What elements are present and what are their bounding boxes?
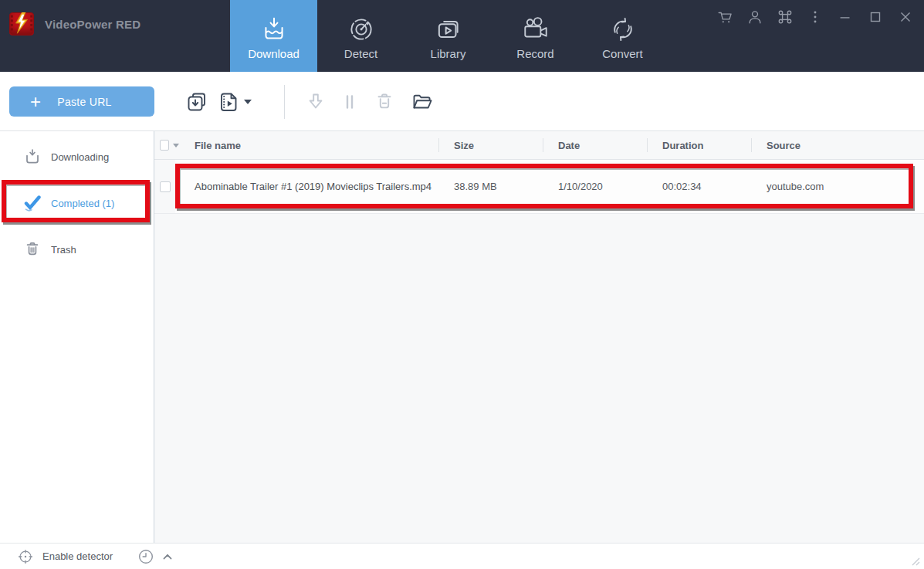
resume-download-icon[interactable]	[299, 91, 333, 113]
header-check-cell	[154, 140, 179, 151]
batch-download-icon[interactable]	[179, 90, 215, 113]
minimize-icon[interactable]	[836, 8, 855, 26]
enable-detector-toggle[interactable]: Enable detector	[17, 548, 113, 565]
sidebar-item-trash[interactable]: Trash	[0, 226, 154, 273]
videopower-red-window: VideoPower RED Download	[0, 0, 924, 569]
tab-label: Convert	[602, 47, 643, 60]
tab-library[interactable]: Library	[404, 0, 492, 72]
app-title: VideoPower RED	[45, 18, 140, 31]
select-all-checkbox[interactable]	[160, 140, 169, 151]
paste-url-label: Paste URL	[41, 96, 128, 108]
column-header-size[interactable]: Size	[438, 140, 543, 151]
maximize-icon[interactable]	[866, 8, 885, 26]
column-header-source[interactable]: Source	[751, 140, 924, 151]
download-toolbar: + Paste URL	[0, 72, 924, 131]
app-brand: VideoPower RED	[9, 12, 140, 36]
tab-download[interactable]: Download	[230, 0, 317, 72]
tab-label: Download	[248, 47, 300, 60]
row-source: youtube.com	[751, 181, 924, 192]
completed-check-icon	[22, 193, 42, 213]
download-row[interactable]: Abominable Trailer #1 (2019) Movieclips …	[154, 160, 924, 214]
window-controls	[716, 8, 915, 26]
column-header-date[interactable]: Date	[543, 140, 647, 151]
sidebar: Downloading Completed (1)	[0, 131, 154, 543]
tab-convert[interactable]: Convert	[579, 0, 666, 72]
status-bar: Enable detector	[0, 543, 924, 569]
tab-label: Detect	[344, 47, 377, 60]
row-duration: 00:02:34	[647, 181, 751, 192]
toolbar-divider	[284, 85, 285, 119]
command-icon[interactable]	[776, 8, 794, 26]
schedule-clock-icon[interactable]	[137, 547, 155, 566]
sidebar-item-label: Completed (1)	[51, 198, 114, 209]
user-icon[interactable]	[746, 8, 764, 26]
download-list-panel: File name Size Date Duration Source Abom…	[154, 131, 924, 543]
sidebar-item-label: Downloading	[51, 151, 109, 163]
convert-icon	[608, 13, 638, 46]
tab-detect[interactable]: Detect	[317, 0, 404, 72]
resize-grip[interactable]	[910, 556, 920, 566]
sidebar-item-label: Trash	[51, 244, 76, 256]
column-header-file-name[interactable]: File name	[179, 140, 438, 151]
downloading-icon	[22, 147, 42, 166]
row-check-cell	[154, 181, 179, 192]
tab-label: Library	[431, 47, 466, 60]
paste-url-button[interactable]: + Paste URL	[9, 86, 154, 117]
open-folder-icon[interactable]	[402, 91, 442, 113]
sidebar-item-completed[interactable]: Completed (1)	[0, 180, 154, 226]
library-icon	[434, 13, 463, 46]
row-file-name: Abominable Trailer #1 (2019) Movieclips …	[179, 181, 438, 192]
main-area: Downloading Completed (1)	[0, 131, 924, 543]
main-nav: Download Detect	[230, 0, 666, 72]
pause-icon[interactable]	[333, 92, 367, 112]
row-checkbox[interactable]	[160, 181, 171, 192]
tab-label: Record	[516, 47, 553, 60]
video-format-icon[interactable]	[215, 90, 255, 113]
detect-icon	[347, 13, 376, 46]
detector-target-icon	[17, 548, 34, 565]
sidebar-item-downloading[interactable]: Downloading	[0, 134, 154, 180]
toolbar-actions	[179, 72, 442, 131]
row-date: 1/10/2020	[543, 181, 647, 192]
tab-record[interactable]: Record	[492, 0, 579, 72]
chevron-up-icon[interactable]	[161, 551, 174, 562]
kebab-menu-icon[interactable]	[806, 8, 824, 26]
plus-icon: +	[30, 93, 41, 111]
column-header-duration[interactable]: Duration	[647, 140, 751, 151]
select-dropdown-caret-icon[interactable]	[173, 144, 179, 147]
download-icon	[259, 13, 289, 46]
cart-icon[interactable]	[716, 8, 734, 26]
enable-detector-label: Enable detector	[42, 550, 113, 562]
close-icon[interactable]	[896, 8, 915, 26]
title-bar: VideoPower RED Download	[0, 0, 924, 72]
record-icon	[521, 13, 550, 46]
row-size: 38.89 MB	[438, 181, 543, 192]
delete-icon[interactable]	[367, 91, 402, 113]
app-logo-icon	[9, 12, 34, 36]
chevron-down-icon	[244, 100, 252, 104]
trash-icon	[22, 240, 42, 259]
table-header: File name Size Date Duration Source	[154, 131, 924, 160]
